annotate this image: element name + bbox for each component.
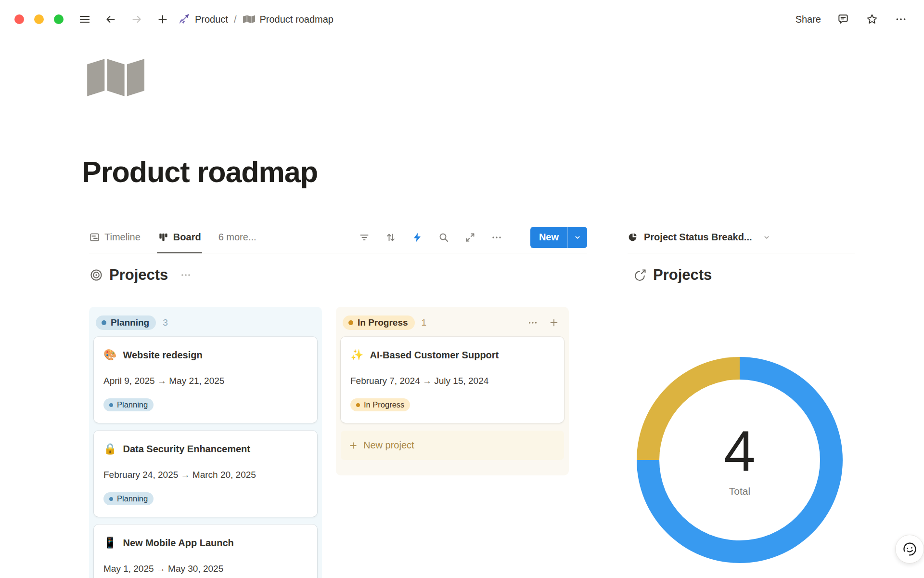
filter-icon[interactable] (358, 231, 371, 244)
share-button[interactable]: Share (796, 14, 821, 25)
chart-section-header: Projects (633, 266, 712, 284)
dart-icon (177, 13, 190, 26)
status-breakdown-title[interactable]: Project Status Breakd... (644, 232, 752, 243)
automation-lightning-icon[interactable] (411, 231, 424, 244)
chart-section-title[interactable]: Projects (653, 266, 712, 284)
favorite-star-icon[interactable] (865, 13, 879, 26)
status-tag: Planning (103, 398, 154, 411)
board-column-in-progress: In Progress 1 ✨ AI-Based Customer Suppor… (336, 307, 569, 475)
new-page-icon[interactable] (156, 13, 169, 26)
map-icon (243, 13, 255, 26)
project-card-data-security[interactable]: 🔒 Data Security Enhancement February 24,… (94, 431, 317, 517)
board-icon (158, 232, 169, 243)
project-dates: February 24, 2025 → March 20, 2025 (103, 469, 308, 481)
minimize-window-button[interactable] (34, 14, 44, 24)
palette-emoji-icon: 🎨 (103, 348, 116, 362)
view-tabbar: Timeline Board 6 more... (89, 222, 587, 253)
project-card-mobile-app[interactable]: 📱 New Mobile App Launch May 1, 2025 → Ma… (94, 525, 317, 578)
column-header: Planning 3 (94, 312, 317, 337)
group-pill-planning[interactable]: Planning (96, 315, 156, 330)
board-section-title[interactable]: Projects (109, 266, 168, 284)
sort-icon[interactable] (385, 231, 397, 244)
new-button-chevron[interactable] (568, 227, 587, 248)
breadcrumb: Product / Product roadmap (177, 13, 334, 26)
new-project-label: New project (363, 440, 414, 451)
back-icon[interactable] (104, 13, 117, 26)
sidebar-menu-icon[interactable] (78, 13, 91, 26)
project-card-website-redesign[interactable]: 🎨 Website redesign April 9, 2025 → May 2… (94, 337, 317, 423)
column-header: In Progress 1 (341, 312, 564, 337)
section-more-icon[interactable] (179, 268, 192, 282)
tab-board-label: Board (173, 232, 201, 243)
group-count: 1 (422, 317, 427, 328)
status-tag-label: Planning (117, 494, 148, 503)
project-title: Data Security Enhancement (123, 442, 250, 456)
status-tag-label: In Progress (364, 400, 404, 409)
status-tag: In Progress (350, 398, 410, 411)
new-button-label[interactable]: New (530, 227, 567, 248)
search-icon[interactable] (437, 231, 450, 244)
tab-board[interactable]: Board (158, 222, 201, 253)
column-more-icon[interactable] (526, 316, 539, 329)
project-dates: May 1, 2025 → May 30, 2025 (103, 563, 308, 575)
board-column-planning: Planning 3 🎨 Website redesign April 9, 2… (89, 307, 322, 578)
view-more-icon[interactable] (490, 231, 503, 244)
zoom-window-button[interactable] (54, 14, 64, 24)
expand-icon[interactable] (464, 231, 476, 244)
breadcrumb-current[interactable]: Product roadmap (260, 14, 334, 25)
mobile-emoji-icon: 📱 (103, 536, 116, 550)
column-add-icon[interactable] (548, 316, 560, 329)
ai-face-icon (900, 540, 919, 558)
close-window-button[interactable] (14, 14, 24, 24)
window-titlebar: Product / Product roadmap Share (0, 0, 924, 39)
project-dates: April 9, 2025 → May 21, 2025 (103, 375, 308, 387)
status-dot (109, 403, 113, 407)
project-title: New Mobile App Launch (123, 536, 233, 550)
group-label: Planning (111, 317, 149, 328)
donut-total-label: Total (729, 486, 750, 497)
timeline-icon (89, 232, 100, 243)
more-options-icon[interactable] (894, 13, 908, 26)
new-project-button[interactable]: New project (341, 431, 564, 460)
pie-chart-icon (628, 232, 638, 242)
board-section-header: Projects (90, 266, 192, 284)
breadcrumb-separator: / (234, 14, 237, 25)
status-donut-chart: 4 Total (637, 357, 843, 563)
breadcrumb-root[interactable]: Product (195, 14, 228, 25)
chevron-down-icon[interactable] (762, 233, 771, 242)
status-breakdown-header[interactable]: Project Status Breakd... (628, 222, 855, 253)
project-card-ai-support[interactable]: ✨ AI-Based Customer Support February 7, … (341, 337, 564, 423)
project-title: AI-Based Customer Support (370, 348, 499, 362)
status-tag-label: Planning (117, 400, 148, 409)
donut-center: 4 Total (659, 380, 820, 540)
target-icon (90, 268, 103, 282)
forward-icon[interactable] (130, 13, 143, 26)
status-dot (356, 403, 360, 407)
traffic-lights (14, 14, 64, 24)
chevron-down-icon (573, 233, 582, 242)
tab-timeline[interactable]: Timeline (89, 222, 141, 253)
plus-icon (348, 441, 358, 450)
notion-ai-button[interactable] (895, 535, 924, 564)
page-title: Product roadmap (82, 155, 318, 189)
project-title: Website redesign (123, 348, 202, 362)
project-dates: February 7, 2024 → July 15, 2024 (350, 375, 554, 387)
new-button[interactable]: New (530, 227, 587, 248)
status-dot (102, 320, 106, 325)
page-map-icon[interactable] (85, 57, 144, 101)
status-dot (109, 497, 113, 501)
group-count: 3 (163, 317, 168, 328)
chart-icon (633, 268, 647, 282)
sparkles-emoji-icon: ✨ (350, 348, 363, 362)
status-tag: Planning (103, 492, 154, 505)
lock-emoji-icon: 🔒 (103, 442, 116, 456)
status-dot (348, 320, 353, 325)
comments-icon[interactable] (836, 13, 850, 26)
tab-timeline-label: Timeline (104, 232, 141, 243)
group-pill-in-progress[interactable]: In Progress (343, 315, 415, 330)
more-views-link[interactable]: 6 more... (218, 232, 257, 243)
donut-total-value: 4 (724, 423, 756, 480)
group-label: In Progress (358, 317, 408, 328)
